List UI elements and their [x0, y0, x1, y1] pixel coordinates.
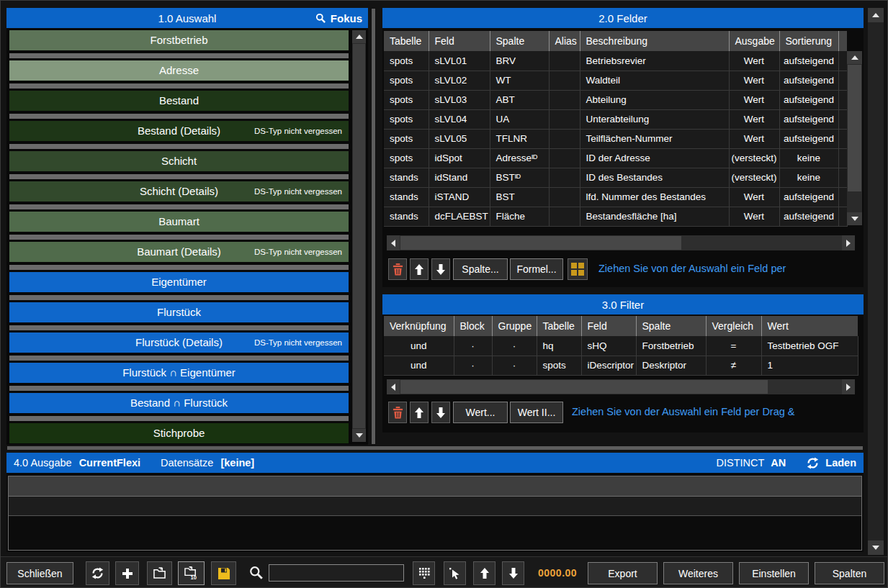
folder-open-icon — [153, 567, 166, 579]
delete-filter-button[interactable] — [388, 402, 407, 423]
column-header[interactable]: Tabelle — [384, 31, 429, 51]
scroll-left-button[interactable] — [387, 379, 400, 394]
table-row[interactable]: spotssLVL02WTWaldteilWertaufsteigend — [384, 71, 847, 90]
auswahl-item[interactable]: Schicht — [9, 151, 349, 171]
main-scrollbar[interactable] — [868, 8, 884, 555]
scroll-up-button[interactable] — [847, 51, 862, 64]
auswahl-item[interactable]: Schicht (Details)DS-Typ nicht vergessen — [9, 181, 349, 202]
auswahl-item[interactable]: Flurstück (Details)DS-Typ nicht vergesse… — [9, 333, 349, 353]
laden-button[interactable]: Laden — [825, 457, 856, 469]
column-header[interactable]: Vergleich — [706, 316, 761, 336]
table-row[interactable]: spotssLVL05TFLNRTeilflächen-NummerWertau… — [384, 129, 847, 148]
formel-button[interactable]: Formel... — [510, 258, 563, 280]
column-header[interactable]: Sortierung — [779, 31, 838, 51]
auswahl-item[interactable]: Flurstück — [9, 302, 349, 322]
scroll-right-button[interactable] — [842, 379, 855, 394]
auswahl-item[interactable]: Forstbetrieb — [9, 30, 349, 50]
weiteres-button[interactable]: Weiteres — [663, 562, 733, 584]
auswahl-list: ForstbetriebAdresseBestandBestand (Detai… — [6, 28, 368, 445]
table-row[interactable]: standsidStandBSTᴵᴰID des Bestandes(verst… — [384, 168, 847, 187]
scroll-down-button[interactable] — [847, 212, 862, 225]
refresh-button[interactable] — [86, 561, 109, 585]
move-field-down-button[interactable] — [431, 258, 450, 280]
spalte-button[interactable]: Spalte... — [453, 258, 508, 280]
scrollbar-thumb[interactable] — [400, 380, 768, 394]
column-header[interactable]: Tabelle — [537, 316, 581, 336]
felder-vscrollbar[interactable] — [847, 51, 862, 225]
wert-button[interactable]: Wert... — [453, 402, 508, 423]
save-button[interactable] — [211, 561, 236, 585]
table-row[interactable]: spotsidSpotAdresseᴵᴰID der Adresse(verst… — [384, 148, 847, 168]
open-button[interactable] — [147, 561, 172, 585]
scroll-right-button[interactable] — [842, 235, 855, 250]
scrollbar-thumb[interactable] — [353, 44, 365, 428]
cell: spots — [384, 51, 429, 71]
column-header[interactable]: Spalte — [490, 31, 549, 51]
fokus-button[interactable]: Fokus — [315, 8, 362, 28]
export-button[interactable]: Export — [588, 562, 658, 584]
spalten-button[interactable]: Spalten — [815, 562, 884, 584]
scrollbar-thumb[interactable] — [400, 236, 681, 250]
folder-open-10-icon: 10 — [184, 566, 199, 580]
scroll-down-button[interactable] — [352, 429, 366, 442]
auswahl-item[interactable]: Stichprobe — [9, 423, 349, 443]
grid-squares-icon — [571, 263, 584, 276]
table-row[interactable]: und··hqsHQForstbetrieb=Testbetrieb OGF — [384, 336, 858, 356]
column-header[interactable]: Feld — [581, 316, 636, 336]
table-row[interactable]: und··spotsiDescriptorDeskriptor≠1 — [384, 356, 858, 375]
einstellen-button[interactable]: Einstellen — [739, 562, 809, 584]
auswahl-item[interactable]: Bestand (Details)DS-Typ nicht vergessen — [9, 121, 349, 141]
column-header[interactable]: Beschreibung — [580, 31, 729, 51]
felder-titlebar: 2.0 Felder — [382, 8, 864, 28]
column-header[interactable]: Wert — [761, 316, 858, 336]
delete-field-button[interactable] — [388, 258, 407, 280]
table-row[interactable]: spotssLVL01BRVBetriebsrevierWertaufsteig… — [384, 51, 847, 71]
auswahl-item[interactable]: Flurstück ∩ Eigentümer — [9, 363, 349, 383]
column-header[interactable]: Gruppe — [492, 316, 537, 336]
move-field-up-button[interactable] — [410, 258, 429, 280]
cell — [549, 129, 580, 148]
vertical-splitter[interactable] — [371, 8, 376, 445]
auswahl-item[interactable]: Bestand ∩ Flurstück — [9, 393, 349, 413]
column-header[interactable]: Verknüpfung — [384, 316, 454, 336]
panel-felder: 2.0 Felder TabelleFeldSpalteAliasBeschre… — [382, 8, 864, 287]
auswahl-item[interactable]: Bestand — [9, 91, 349, 111]
list-divider — [9, 83, 349, 89]
filter-hscrollbar[interactable] — [387, 379, 855, 394]
horizontal-splitter[interactable] — [6, 445, 864, 451]
auswahl-item[interactable]: Baumart — [9, 212, 349, 232]
grid-squares-button[interactable] — [568, 258, 588, 280]
table-row[interactable]: spotssLVL04UAUnterabteilungWertaufsteige… — [384, 109, 847, 129]
search-input[interactable] — [269, 564, 404, 582]
column-header[interactable]: Feld — [429, 31, 490, 51]
auswahl-scrollbar[interactable] — [352, 30, 366, 442]
open-10-button[interactable]: 10 — [178, 561, 205, 585]
cell: spots — [384, 109, 429, 129]
felder-hscrollbar[interactable] — [387, 235, 855, 250]
column-header[interactable]: Spalte — [636, 316, 706, 336]
add-button[interactable] — [115, 561, 139, 585]
select-cursor-button[interactable] — [444, 561, 466, 585]
scroll-left-button[interactable] — [387, 235, 400, 250]
move-filter-up-button[interactable] — [410, 402, 429, 423]
table-row[interactable]: standsiSTANDBSTlfd. Nummer des Bestandes… — [384, 187, 847, 207]
row-down-button[interactable] — [502, 561, 524, 585]
auswahl-item[interactable]: Adresse — [9, 60, 349, 81]
scroll-down-button[interactable] — [868, 540, 884, 555]
row-up-button[interactable] — [473, 561, 495, 585]
table-row[interactable]: standsdcFLAEBSTFlächeBestandesfläche [ha… — [384, 207, 847, 226]
scrollbar-thumb[interactable] — [848, 65, 861, 191]
column-header[interactable]: Ausgabe — [729, 31, 779, 51]
auswahl-item[interactable]: Eigentümer — [9, 272, 349, 292]
scroll-up-button[interactable] — [352, 30, 366, 43]
move-filter-down-button[interactable] — [431, 402, 450, 423]
keypad-button[interactable] — [413, 561, 435, 585]
schliessen-button[interactable]: Schließen — [6, 562, 73, 584]
distinct-value[interactable]: AN — [771, 457, 786, 469]
wert2-button[interactable]: Wert II... — [510, 402, 563, 423]
column-header[interactable]: Block — [454, 316, 492, 336]
auswahl-item[interactable]: Baumart (Details)DS-Typ nicht vergessen — [9, 242, 349, 262]
table-row[interactable]: spotssLVL03ABTAbteilungWertaufsteigend — [384, 90, 847, 109]
scroll-up-button[interactable] — [868, 8, 884, 22]
column-header[interactable]: Alias — [549, 31, 580, 51]
